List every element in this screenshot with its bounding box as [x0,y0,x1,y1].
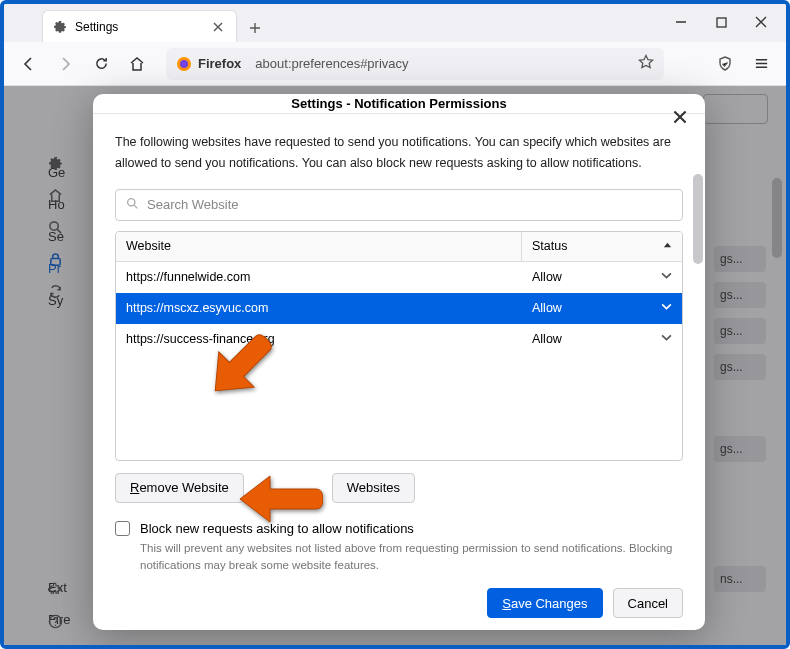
shield-icon[interactable] [710,49,740,79]
status-select[interactable]: Allow [522,332,682,346]
gear-icon [53,20,67,34]
minimize-button[interactable] [664,8,698,36]
remove-buttons-row: Remove Website Websites [115,473,683,503]
window-controls [664,8,778,36]
dialog-body: The following websites have requested to… [93,114,705,630]
new-tab-button[interactable] [241,14,269,42]
table-row[interactable]: https://mscxz.esyvuc.com Allow [116,293,682,324]
star-icon[interactable] [638,54,654,73]
svg-point-2 [180,60,188,68]
tab-close-button[interactable] [210,19,226,35]
site-url: https://success-finance.org [116,332,522,346]
chevron-down-icon [661,301,672,315]
search-placeholder: Search Website [147,197,239,212]
dialog-header: Settings - Notification Permissions [93,94,705,114]
status-select[interactable]: Allow [522,301,682,315]
search-icon [126,197,139,213]
browser-tab[interactable]: Settings [42,10,237,42]
chevron-down-icon [661,270,672,284]
tab-title: Settings [75,20,202,34]
cancel-button[interactable]: Cancel [613,588,683,618]
column-website[interactable]: Website [116,232,522,261]
remove-all-websites-button[interactable]: Websites [332,473,415,503]
search-website-input[interactable]: Search Website [115,189,683,221]
table-header: Website Status [116,232,682,262]
maximize-button[interactable] [704,8,738,36]
remove-website-button[interactable]: Remove Website [115,473,244,503]
dialog-scrollbar[interactable] [693,174,703,264]
home-button[interactable] [122,49,152,79]
site-url: https://funnelwide.com [116,270,522,284]
status-select[interactable]: Allow [522,270,682,284]
sort-icon [663,239,672,253]
notification-permissions-dialog: Settings - Notification Permissions The … [93,94,705,630]
annotation-arrow [200,326,280,410]
block-checkbox[interactable] [115,521,130,536]
block-help-text: This will prevent any websites not liste… [140,540,683,575]
forward-button[interactable] [50,49,80,79]
firefox-brand: Firefox [176,56,241,72]
brand-label: Firefox [198,56,241,71]
url-bar[interactable]: Firefox about:preferences#privacy [166,48,664,80]
reload-button[interactable] [86,49,116,79]
svg-point-7 [128,198,135,205]
titlebar: Settings [4,4,786,42]
site-url: https://mscxz.esyvuc.com [116,301,522,315]
intro-text: The following websites have requested to… [115,132,683,175]
menu-button[interactable] [746,49,776,79]
table-row[interactable]: https://funnelwide.com Allow [116,262,682,293]
svg-rect-0 [717,18,726,27]
toolbar: Firefox about:preferences#privacy [4,42,786,86]
close-window-button[interactable] [744,8,778,36]
chevron-down-icon [661,332,672,346]
block-new-requests-row: Block new requests asking to allow notif… [115,521,683,536]
annotation-arrow [238,471,323,531]
dialog-title: Settings - Notification Permissions [291,96,506,111]
column-status[interactable]: Status [522,232,682,261]
save-changes-button[interactable]: Save Changes [487,588,602,618]
dialog-footer: Save Changes Cancel [115,574,683,618]
url-text: about:preferences#privacy [255,56,408,71]
back-button[interactable] [14,49,44,79]
